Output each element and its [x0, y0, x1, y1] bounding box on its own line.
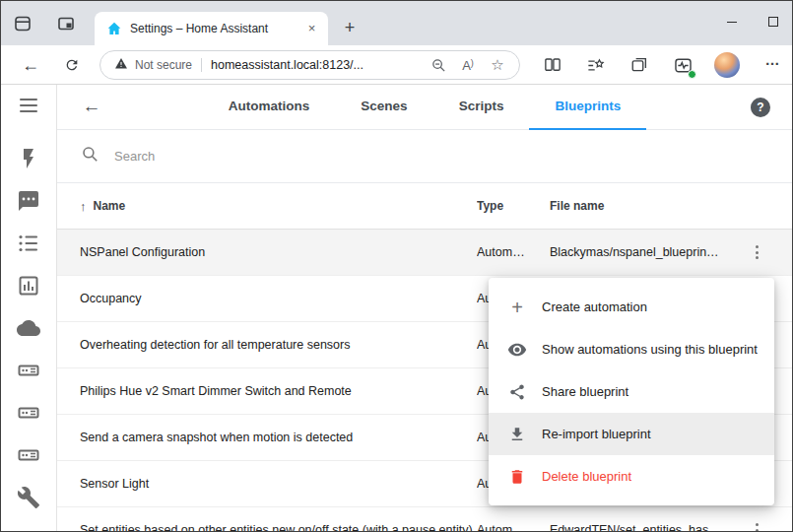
tab-scripts[interactable]: Scripts	[433, 85, 530, 130]
tab-automations[interactable]: Automations	[203, 85, 336, 130]
ha-toolbar: ← Automations Scenes Scripts Blueprints …	[57, 85, 792, 130]
workspaces-icon[interactable]	[14, 15, 32, 33]
row-overflow-menu-icon[interactable]	[752, 241, 762, 263]
tab-title: Settings – Home Assistant	[130, 22, 303, 35]
table-header: ↑ Name Type File name	[57, 183, 792, 230]
favorites-icon[interactable]	[583, 53, 607, 77]
menu-item-share-blueprint[interactable]: Share blueprint	[489, 370, 774, 413]
help-icon[interactable]: ?	[751, 98, 770, 117]
back-button[interactable]: ←	[17, 51, 44, 79]
collections-icon[interactable]	[628, 53, 651, 77]
sidebar-server-icon[interactable]	[17, 359, 40, 382]
search-bar	[57, 130, 792, 183]
new-tab-button[interactable]: +	[336, 15, 363, 42]
maximize-button[interactable]	[753, 1, 793, 42]
eye-icon	[505, 338, 529, 362]
menu-item-create-automation[interactable]: + Create automation	[489, 286, 774, 328]
browser-menu-icon[interactable]: …	[760, 53, 785, 77]
ha-sidebar	[1, 85, 57, 531]
table-row[interactable]: Set entities based on other entities new…	[57, 507, 792, 531]
maximize-icon	[768, 17, 778, 27]
sidebar-menu-icon[interactable]	[17, 94, 40, 117]
sidebar-tools-icon[interactable]	[17, 486, 40, 509]
share-icon	[505, 380, 529, 404]
row-overflow-menu-icon[interactable]	[752, 519, 762, 531]
tab-strip: Settings – Home Assistant × +	[1, 1, 792, 45]
tab-blueprints[interactable]: Blueprints	[529, 85, 646, 130]
close-tab-icon[interactable]: ×	[303, 21, 320, 37]
minimize-icon	[727, 22, 737, 23]
read-aloud-icon[interactable]: A)	[458, 55, 478, 75]
browser-window: Settings – Home Assistant × + ← Not secu…	[0, 0, 793, 532]
not-secure-warning-icon	[114, 56, 128, 74]
table-row[interactable]: NSPanel Configuration Autom… Blackymas/n…	[57, 230, 792, 276]
sort-ascending-icon: ↑	[80, 199, 87, 214]
tab-actions-icon[interactable]	[57, 15, 75, 33]
split-screen-icon[interactable]	[541, 53, 564, 77]
address-bar[interactable]: Not secure homeassistant.local:8123/... …	[99, 50, 520, 80]
home-assistant-favicon	[106, 21, 122, 36]
sidebar-list-icon[interactable]	[17, 232, 40, 255]
browser-essentials-icon[interactable]	[671, 53, 694, 77]
sidebar-history-chart-icon[interactable]	[17, 274, 40, 298]
essentials-status-badge	[688, 70, 696, 79]
tab-scenes[interactable]: Scenes	[335, 85, 432, 130]
profile-avatar[interactable]	[714, 52, 740, 78]
favorite-star-icon[interactable]: ☆	[488, 55, 507, 75]
column-header-file[interactable]: File name	[550, 199, 747, 213]
search-input[interactable]	[112, 148, 768, 165]
sidebar-cloud-icon[interactable]	[17, 316, 40, 340]
sidebar-server-icon[interactable]	[17, 443, 40, 467]
refresh-button[interactable]	[58, 51, 86, 79]
column-header-name[interactable]: ↑ Name	[80, 199, 477, 214]
sidebar-server-icon[interactable]	[17, 401, 40, 425]
sidebar-energy-icon[interactable]	[17, 147, 40, 170]
delete-icon	[505, 465, 529, 489]
plus-icon: +	[505, 296, 529, 319]
menu-item-reimport-blueprint[interactable]: Re-import blueprint	[489, 413, 774, 455]
blueprint-context-menu: + Create automation Show automations usi…	[489, 278, 774, 505]
ha-tab-bar: Automations Scenes Scripts Blueprints	[57, 85, 792, 130]
sidebar-chat-icon[interactable]	[17, 189, 40, 213]
address-divider	[201, 58, 202, 72]
url-text[interactable]: homeassistant.local:8123/...	[211, 58, 419, 72]
browser-tab[interactable]: Settings – Home Assistant ×	[95, 12, 328, 45]
browser-navbar: ← Not secure homeassistant.local:8123/..…	[1, 45, 792, 85]
download-icon	[505, 423, 529, 446]
security-label[interactable]: Not secure	[135, 58, 192, 72]
zoom-out-icon[interactable]	[429, 55, 448, 75]
column-header-type[interactable]: Type	[477, 199, 550, 213]
menu-item-delete-blueprint[interactable]: Delete blueprint	[489, 455, 774, 498]
minimize-button[interactable]	[711, 1, 753, 42]
search-icon	[81, 145, 99, 167]
menu-item-show-automations[interactable]: Show automations using this blueprint	[489, 328, 774, 370]
